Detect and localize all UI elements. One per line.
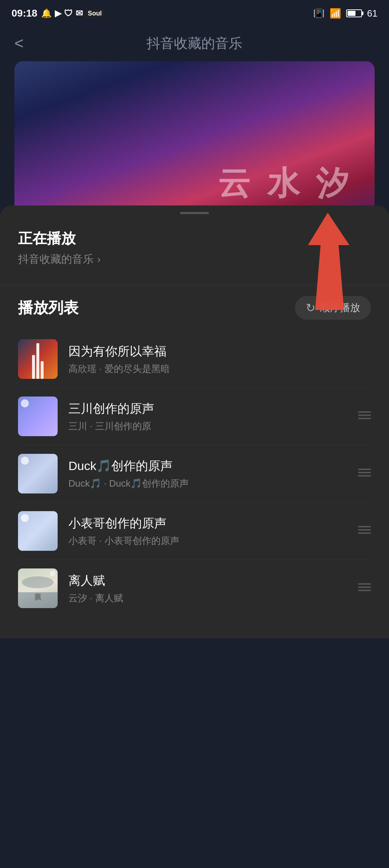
song-item[interactable]: 三川创作的原声 三川 · 三川创作的原	[18, 388, 371, 445]
playlist-title: 播放列表	[18, 298, 79, 318]
svg-rect-10	[358, 586, 371, 588]
notification-icon: 🔔	[41, 8, 52, 18]
play-mode-button[interactable]: ↻ 顺序播放	[295, 296, 371, 320]
svg-rect-6	[358, 526, 371, 527]
repeat-icon: ↻	[306, 301, 316, 315]
song-5-thumb-text: 离人赋	[33, 587, 42, 589]
song-thumbnail-2	[18, 397, 58, 436]
svg-rect-4	[358, 472, 371, 473]
battery-icon	[346, 9, 362, 17]
album-small-icon-3	[21, 457, 29, 465]
soul-app-icon: Soul	[86, 9, 104, 18]
eq-bar-2	[36, 343, 39, 379]
handle-bar	[180, 212, 209, 214]
media-play-icon: ▶	[55, 8, 61, 18]
song-title-2: 三川创作的原声	[68, 400, 347, 417]
status-right: 📳 📶 61	[313, 8, 377, 19]
svg-rect-1	[358, 415, 371, 416]
hero-image: 云 水 汐	[14, 61, 375, 220]
song-info-5: 离人赋 云汐 · 离人赋	[68, 572, 347, 604]
play-mode-label: 顺序播放	[320, 301, 360, 315]
now-playing-subtitle[interactable]: 抖音收藏的音乐 ›	[18, 252, 371, 267]
song-subtitle-3: Duck🎵 · Duck🎵创作的原声	[68, 477, 347, 490]
drag-handle-5[interactable]	[358, 581, 371, 596]
back-button[interactable]: <	[14, 34, 24, 52]
page-title: 抖音收藏的音乐	[147, 34, 242, 53]
vibrate-icon: 📳	[313, 8, 325, 19]
song-subtitle-5: 云汐 · 离人赋	[68, 592, 347, 604]
song-item[interactable]: 小表哥创作的原声 小表哥 · 小表哥创作的原声	[18, 502, 371, 560]
song-thumbnail-5: 离人赋	[18, 568, 58, 608]
svg-rect-5	[358, 475, 371, 477]
sheet-handle	[0, 205, 389, 218]
song-info-1: 因为有你所以幸福 高欣瑶 · 爱的尽头是黑暗	[68, 343, 371, 375]
song-info-4: 小表哥创作的原声 小表哥 · 小表哥创作的原声	[68, 515, 347, 547]
chevron-right-icon: ›	[97, 254, 100, 265]
svg-rect-8	[358, 532, 371, 534]
now-playing-playlist-name: 抖音收藏的音乐	[18, 252, 94, 267]
hero-overlay-text: 云 水 汐	[218, 161, 353, 205]
time-display: 09:18	[12, 8, 37, 19]
song-item[interactable]: 离人赋 离人赋 云汐 · 离人赋	[18, 560, 371, 617]
svg-rect-11	[358, 590, 371, 591]
song-item[interactable]: 因为有你所以幸福 高欣瑶 · 爱的尽头是黑暗	[18, 331, 371, 388]
song-item[interactable]: Duck🎵创作的原声 Duck🎵 · Duck🎵创作的原声	[18, 445, 371, 502]
playing-indicator	[18, 339, 58, 379]
album-small-icon-5	[50, 571, 55, 576]
song-info-2: 三川创作的原声 三川 · 三川创作的原	[68, 400, 347, 433]
svg-rect-7	[358, 529, 371, 531]
song-list: 因为有你所以幸福 高欣瑶 · 爱的尽头是黑暗 三川创作的原声 三川 · 三川创作…	[0, 331, 389, 617]
song-title-3: Duck🎵创作的原声	[68, 458, 347, 474]
song-subtitle-2: 三川 · 三川创作的原	[68, 420, 347, 433]
battery-percent: 61	[367, 8, 377, 19]
svg-rect-9	[358, 583, 371, 585]
song-info-3: Duck🎵创作的原声 Duck🎵 · Duck🎵创作的原声	[68, 458, 347, 490]
song-title-1: 因为有你所以幸福	[68, 343, 371, 360]
eq-bar-3	[41, 361, 44, 379]
divider-1	[0, 285, 389, 285]
song-title-5: 离人赋	[68, 572, 347, 589]
bottom-sheet: 正在播放 抖音收藏的音乐 › 播放列表 ↻ 顺序播放 因为有你所以幸	[0, 205, 389, 638]
playlist-header: 播放列表 ↻ 顺序播放	[0, 296, 389, 320]
top-nav: < 抖音收藏的音乐	[0, 25, 389, 61]
now-playing-label: 正在播放	[18, 229, 371, 248]
status-left: 09:18 🔔 ▶ 🛡 ✉ Soul	[12, 8, 104, 19]
drag-handle-4[interactable]	[358, 523, 371, 539]
svg-rect-2	[358, 418, 371, 419]
album-small-icon-4	[21, 514, 29, 522]
now-playing-section: 正在播放 抖音收藏的音乐 ›	[0, 218, 389, 274]
status-bar: 09:18 🔔 ▶ 🛡 ✉ Soul 📳 📶 61	[0, 0, 389, 25]
song-thumbnail-1	[18, 339, 58, 379]
song-title-4: 小表哥创作的原声	[68, 515, 347, 532]
song-subtitle-1: 高欣瑶 · 爱的尽头是黑暗	[68, 363, 371, 375]
wifi-icon: 📶	[330, 8, 341, 19]
shield-icon: 🛡	[64, 8, 73, 18]
mail-icon: ✉	[76, 8, 83, 18]
song-thumbnail-4	[18, 511, 58, 551]
svg-rect-3	[358, 469, 371, 470]
svg-rect-0	[358, 411, 371, 413]
song-thumbnail-3	[18, 454, 58, 493]
song-subtitle-4: 小表哥 · 小表哥创作的原声	[68, 535, 347, 547]
drag-handle-2[interactable]	[358, 409, 371, 424]
status-icons: 🔔 ▶ 🛡 ✉ Soul	[41, 8, 104, 18]
drag-handle-3[interactable]	[358, 466, 371, 481]
eq-bar-1	[32, 355, 35, 379]
album-small-icon-2	[21, 399, 29, 407]
battery-fill	[348, 11, 356, 16]
